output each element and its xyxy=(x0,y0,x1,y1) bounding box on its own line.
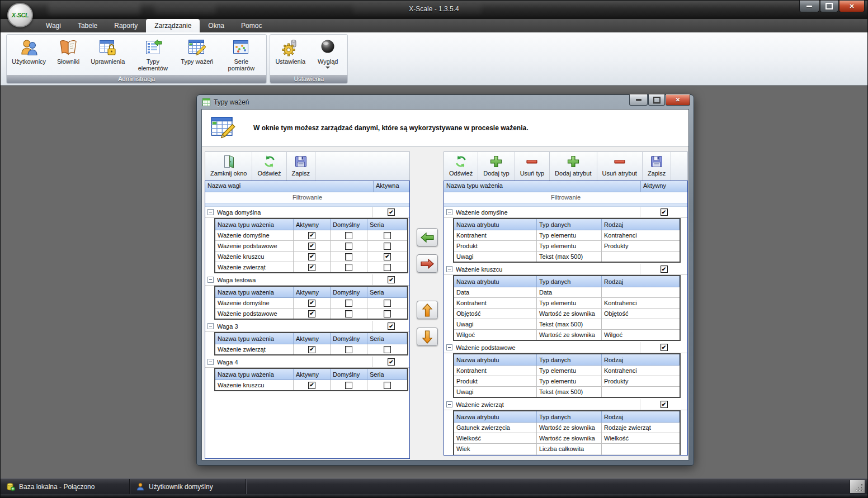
window-close-button[interactable]: ✕ xyxy=(839,1,865,12)
odswiez-button[interactable]: Odśwież xyxy=(444,152,478,181)
uzytkownicy-button[interactable]: Użytkownicy xyxy=(8,36,50,65)
checkbox[interactable] xyxy=(345,346,352,353)
collapse-icon[interactable] xyxy=(207,209,214,215)
usun-typ-button[interactable]: Usuń typ xyxy=(515,152,550,181)
weighing-type-row[interactable]: Ważenie podstawowe✔ xyxy=(215,241,407,252)
dodaj-typ-button[interactable]: Dodaj typ xyxy=(478,152,515,181)
serie-pomiarow-button[interactable]: Serie pomiarów xyxy=(217,36,265,72)
attribute-row[interactable]: UwagiTekst (max 500) xyxy=(454,252,680,262)
attribute-row[interactable]: DataData xyxy=(454,287,680,298)
sub-column-header[interactable]: Aktywny xyxy=(294,369,331,380)
attribute-row[interactable]: KontrahentTyp elementuKontrahenci xyxy=(454,366,680,376)
weighing-type-group-row[interactable]: Ważenie zwierząt✔ xyxy=(444,399,687,410)
weighing-type-row[interactable]: Ważenie kruszcu✔✔ xyxy=(215,252,407,262)
sub-column-header[interactable]: Seria xyxy=(367,219,407,230)
checkbox[interactable]: ✔ xyxy=(661,265,668,273)
checkbox[interactable]: ✔ xyxy=(661,401,668,408)
move-up-button[interactable] xyxy=(417,301,438,319)
sub-column-header[interactable]: Aktywny xyxy=(294,287,331,297)
attribute-row[interactable]: ProduktTyp elementuProdukty xyxy=(454,241,680,252)
dodaj-atrybut-button[interactable]: Dodaj atrybut xyxy=(550,152,597,181)
checkbox[interactable]: ✔ xyxy=(308,264,315,271)
sub-column-header[interactable]: Rodzaj xyxy=(602,219,680,230)
tab-zarzadzanie[interactable]: Zarządzanie xyxy=(146,19,200,32)
sub-column-header[interactable]: Nazwa atrybutu xyxy=(454,219,537,230)
attribute-row[interactable]: Gatunek zwierzęciaWartość ze słownikaRod… xyxy=(454,423,680,433)
dialog-title-bar[interactable]: Typy ważeń ✕ xyxy=(201,95,689,109)
checkbox[interactable]: ✔ xyxy=(384,253,391,260)
checkbox[interactable] xyxy=(384,232,391,239)
checkbox[interactable] xyxy=(345,300,352,307)
typy-elementow-button[interactable]: Typy elementów xyxy=(129,36,177,72)
sub-column-header[interactable]: Domyślny xyxy=(331,333,367,344)
scale-group-row[interactable]: Waga testowa✔ xyxy=(205,274,409,286)
checkbox[interactable] xyxy=(345,310,352,317)
move-down-button[interactable] xyxy=(417,328,438,346)
column-header[interactable]: Nazwa typu ważenia xyxy=(444,181,640,192)
weighing-type-row[interactable]: Ważenie zwierząt✔ xyxy=(215,344,407,354)
window-maximize-button[interactable] xyxy=(820,1,838,12)
odswiez-button[interactable]: Odśwież xyxy=(252,152,286,181)
move-right-button[interactable] xyxy=(417,254,438,273)
zapisz-button[interactable]: Zapisz xyxy=(643,152,671,181)
title-bar[interactable]: X-SCL X-Scale - 1.3.5.4 ✕ xyxy=(1,1,867,19)
collapse-icon[interactable] xyxy=(207,359,214,365)
checkbox[interactable]: ✔ xyxy=(388,322,395,330)
slowniki-button[interactable]: Słowniki xyxy=(50,36,87,65)
collapse-icon[interactable] xyxy=(207,323,214,329)
attribute-row[interactable]: UwagiTekst (max 500) xyxy=(454,387,680,397)
checkbox[interactable]: ✔ xyxy=(308,346,315,353)
sub-column-header[interactable]: Typ danych xyxy=(537,219,602,230)
sub-column-header[interactable]: Nazwa atrybutu xyxy=(454,411,537,422)
weighing-type-group-row[interactable]: Ważenie podstawowe✔ xyxy=(444,342,687,353)
tab-wagi[interactable]: Wagi xyxy=(37,19,69,32)
collapse-icon[interactable] xyxy=(446,401,452,407)
collapse-icon[interactable] xyxy=(446,344,452,350)
sub-column-header[interactable]: Aktywny xyxy=(294,219,331,230)
sub-column-header[interactable]: Seria xyxy=(367,287,407,297)
sub-column-header[interactable]: Nazwa typu ważenia xyxy=(215,333,294,344)
weighing-type-group-row[interactable]: Ważenie domyślne✔ xyxy=(444,207,687,218)
attribute-row[interactable]: ObjętośćWartość ze słownikaObjętość xyxy=(454,309,680,319)
checkbox[interactable]: ✔ xyxy=(388,276,395,283)
resize-grip[interactable] xyxy=(850,480,865,493)
collapse-icon[interactable] xyxy=(446,266,452,272)
scale-group-row[interactable]: Waga 3✔ xyxy=(205,321,409,332)
checkbox[interactable]: ✔ xyxy=(661,208,668,216)
sub-column-header[interactable]: Seria xyxy=(367,369,407,380)
checkbox[interactable]: ✔ xyxy=(308,382,315,389)
uprawnienia-button[interactable]: Uprawnienia xyxy=(87,36,129,65)
ustawienia-button[interactable]: Ustawienia xyxy=(271,36,309,65)
attribute-row[interactable]: ProduktTyp elementuProdukty xyxy=(454,376,680,387)
dialog-minimize-button[interactable] xyxy=(629,94,648,106)
checkbox[interactable] xyxy=(384,310,391,317)
weighing-type-row[interactable]: Ważenie domyślne✔ xyxy=(215,298,407,309)
filter-row[interactable]: Filtrowanie xyxy=(205,192,409,203)
dialog-maximize-button[interactable] xyxy=(648,94,665,106)
sub-column-header[interactable]: Nazwa atrybutu xyxy=(454,276,537,287)
sub-column-header[interactable]: Seria xyxy=(367,333,407,344)
sub-column-header[interactable]: Rodzaj xyxy=(602,354,680,365)
app-logo[interactable]: X-SCL xyxy=(7,3,33,27)
tab-raporty[interactable]: Raporty xyxy=(106,19,146,32)
collapse-icon[interactable] xyxy=(207,277,214,283)
wyglad-button[interactable]: Wygląd xyxy=(309,36,346,69)
sub-column-header[interactable]: Nazwa typu ważenia xyxy=(215,219,294,230)
checkbox[interactable]: ✔ xyxy=(661,344,668,351)
attribute-row[interactable]: UwagiTekst (max 500) xyxy=(454,454,680,455)
sub-column-header[interactable]: Domyślny xyxy=(331,287,367,297)
weighing-type-row[interactable]: Ważenie podstawowe✔ xyxy=(215,309,407,319)
sub-column-header[interactable]: Nazwa typu ważenia xyxy=(215,287,294,297)
tab-tabele[interactable]: Tabele xyxy=(69,19,106,32)
sub-column-header[interactable]: Domyślny xyxy=(331,219,367,230)
attribute-row[interactable]: KontrahentTyp elementuKontrahenci xyxy=(454,298,680,309)
weighing-type-row[interactable]: Ważenie kruszcu✔ xyxy=(215,380,407,390)
checkbox[interactable] xyxy=(384,300,391,307)
checkbox[interactable]: ✔ xyxy=(388,358,395,366)
checkbox[interactable] xyxy=(384,346,391,353)
weighing-type-row[interactable]: Ważenie zwierząt✔ xyxy=(215,262,407,272)
column-header[interactable]: Nazwa wagi xyxy=(205,181,373,192)
collapse-icon[interactable] xyxy=(446,209,452,215)
typy-wazen-button[interactable]: Typy ważeń xyxy=(177,36,217,65)
checkbox[interactable]: ✔ xyxy=(308,243,315,250)
